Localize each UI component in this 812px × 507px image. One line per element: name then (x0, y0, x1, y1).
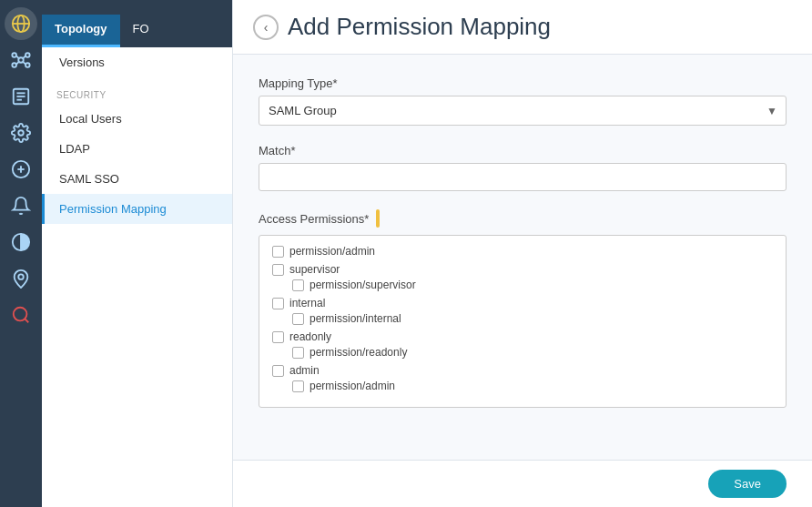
match-label: Match* (259, 144, 787, 157)
perm-checkbox-admin2-child[interactable] (292, 380, 304, 392)
back-icon: ‹ (264, 20, 269, 35)
perm-group-admin-top: permission/admin (272, 245, 773, 258)
permissions-box: permission/admin supervisor permission/s… (259, 235, 787, 408)
icon-bar-search[interactable] (5, 299, 37, 331)
match-input[interactable] (259, 163, 787, 191)
main-header: ‹ Add Permission Mapping (233, 0, 812, 55)
perm-group-admin-top-header: permission/admin (272, 245, 773, 258)
mapping-type-group: Mapping Type* SAML Group LDAP Group Loca… (259, 76, 787, 126)
permissions-header: Access Permissions* (259, 209, 787, 228)
svg-point-3 (18, 57, 24, 63)
svg-point-4 (12, 53, 16, 57)
svg-point-7 (25, 63, 30, 67)
sidebar-item-permission-mapping[interactable]: Permission Mapping (42, 194, 232, 224)
main-content: ‹ Add Permission Mapping Mapping Type* S… (233, 0, 812, 507)
perm-group-internal-header: internal (272, 297, 773, 309)
svg-point-6 (12, 63, 16, 67)
perm-label-supervisor-child: permission/supervisor (310, 279, 416, 291)
perm-label-supervisor: supervisor (289, 263, 340, 276)
svg-point-22 (18, 274, 24, 279)
icon-bar (0, 0, 42, 507)
icon-bar-settings[interactable] (5, 117, 37, 149)
icon-bar-map[interactable] (5, 262, 37, 295)
page-title: Add Permission Mapping (288, 13, 551, 41)
save-button[interactable]: Save (708, 470, 787, 498)
perm-group-internal: internal permission/internal (272, 297, 773, 325)
perm-group-admin2-header: admin (272, 364, 773, 377)
icon-bar-add[interactable] (5, 153, 37, 186)
perm-checkbox-supervisor[interactable] (272, 264, 284, 276)
mapping-type-select[interactable]: SAML Group LDAP Group Local Group (259, 96, 787, 126)
main-footer: Save (233, 460, 812, 507)
perm-child-internal: permission/internal (272, 312, 773, 325)
perm-group-admin2: admin permission/admin (272, 364, 773, 392)
permissions-indicator (376, 209, 380, 228)
perm-label-internal-child: permission/internal (310, 312, 401, 325)
perm-checkbox-supervisor-child[interactable] (292, 279, 304, 291)
icon-bar-nodes[interactable] (5, 44, 37, 76)
perm-child-readonly: permission/readonly (272, 346, 773, 359)
sidebar: Topology FO Versions SECURITY Local User… (42, 0, 233, 507)
sidebar-tab-topology[interactable]: Topology (42, 15, 120, 47)
perm-child-admin2: permission/admin (272, 380, 773, 392)
perm-group-supervisor-header: supervisor (272, 263, 773, 276)
perm-checkbox-admin-top[interactable] (272, 246, 284, 258)
perm-checkbox-admin2[interactable] (272, 365, 284, 377)
svg-point-16 (18, 130, 24, 136)
svg-point-23 (14, 308, 27, 321)
perm-label-readonly: readonly (289, 330, 331, 343)
perm-label-admin2-child: permission/admin (310, 380, 395, 392)
access-permissions-group: Access Permissions* permission/admin sup… (259, 209, 787, 408)
svg-point-5 (25, 53, 30, 57)
perm-checkbox-readonly-child[interactable] (292, 347, 304, 359)
main-body: Mapping Type* SAML Group LDAP Group Loca… (233, 55, 812, 460)
back-button[interactable]: ‹ (253, 15, 279, 40)
sidebar-tabs: Topology FO (42, 0, 232, 47)
perm-child-supervisor: permission/supervisor (272, 279, 773, 291)
perm-label-internal: internal (289, 297, 325, 309)
icon-bar-bell[interactable] (5, 189, 37, 222)
access-permissions-label: Access Permissions* (259, 212, 369, 226)
mapping-type-select-wrapper: SAML Group LDAP Group Local Group ▼ (259, 96, 787, 126)
mapping-type-label: Mapping Type* (259, 76, 787, 90)
perm-group-supervisor: supervisor permission/supervisor (272, 263, 773, 291)
match-group: Match* (259, 144, 787, 191)
sidebar-item-ldap[interactable]: LDAP (42, 134, 232, 164)
svg-line-10 (16, 62, 19, 65)
icon-bar-chart[interactable] (5, 226, 37, 259)
sidebar-tab-fo[interactable]: FO (120, 15, 162, 47)
perm-label-admin-top: permission/admin (289, 245, 375, 258)
perm-checkbox-internal-child[interactable] (292, 313, 304, 325)
svg-line-11 (23, 62, 25, 65)
svg-line-24 (25, 319, 28, 322)
perm-checkbox-readonly[interactable] (272, 331, 284, 343)
perm-group-readonly-header: readonly (272, 330, 773, 343)
sidebar-item-local-users[interactable]: Local Users (42, 104, 232, 134)
sidebar-item-saml-sso[interactable]: SAML SSO (42, 164, 232, 194)
perm-label-admin2: admin (289, 364, 320, 377)
sidebar-section-security: SECURITY (42, 77, 232, 104)
svg-line-9 (23, 56, 25, 58)
perm-group-readonly: readonly permission/readonly (272, 330, 773, 359)
icon-bar-list[interactable] (5, 80, 37, 113)
icon-bar-topology[interactable] (5, 7, 37, 40)
svg-line-8 (16, 56, 19, 58)
perm-checkbox-internal[interactable] (272, 298, 284, 309)
perm-label-readonly-child: permission/readonly (310, 346, 407, 359)
sidebar-item-versions[interactable]: Versions (42, 47, 232, 77)
